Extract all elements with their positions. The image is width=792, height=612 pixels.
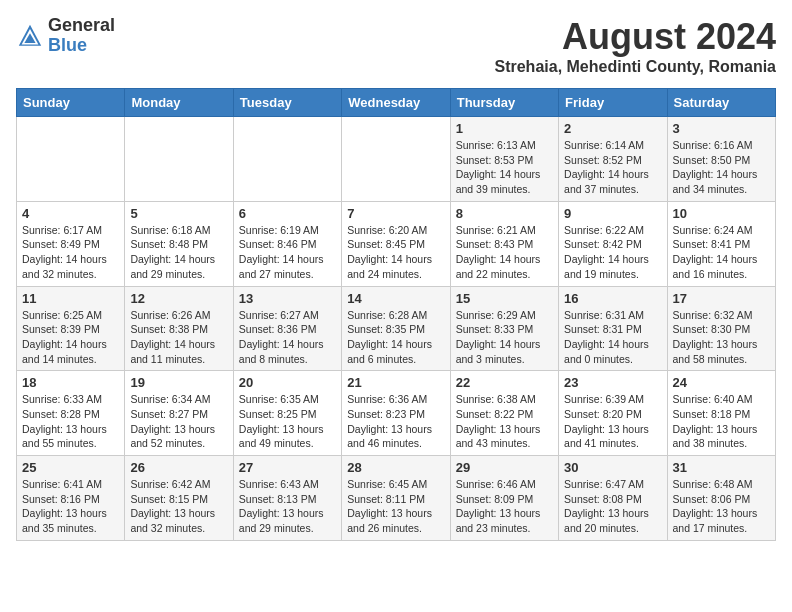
calendar-cell: 19Sunrise: 6:34 AM Sunset: 8:27 PM Dayli… — [125, 371, 233, 456]
calendar-cell — [125, 117, 233, 202]
calendar-cell: 13Sunrise: 6:27 AM Sunset: 8:36 PM Dayli… — [233, 286, 341, 371]
weekday-header-wednesday: Wednesday — [342, 89, 450, 117]
day-info: Sunrise: 6:29 AM Sunset: 8:33 PM Dayligh… — [456, 308, 553, 367]
day-number: 29 — [456, 460, 553, 475]
day-info: Sunrise: 6:13 AM Sunset: 8:53 PM Dayligh… — [456, 138, 553, 197]
calendar-cell: 23Sunrise: 6:39 AM Sunset: 8:20 PM Dayli… — [559, 371, 667, 456]
day-number: 27 — [239, 460, 336, 475]
day-number: 28 — [347, 460, 444, 475]
day-number: 18 — [22, 375, 119, 390]
day-info: Sunrise: 6:40 AM Sunset: 8:18 PM Dayligh… — [673, 392, 770, 451]
calendar-cell: 31Sunrise: 6:48 AM Sunset: 8:06 PM Dayli… — [667, 456, 775, 541]
week-row-0: 1Sunrise: 6:13 AM Sunset: 8:53 PM Daylig… — [17, 117, 776, 202]
logo-general: General — [48, 16, 115, 36]
day-info: Sunrise: 6:41 AM Sunset: 8:16 PM Dayligh… — [22, 477, 119, 536]
day-info: Sunrise: 6:14 AM Sunset: 8:52 PM Dayligh… — [564, 138, 661, 197]
week-row-4: 25Sunrise: 6:41 AM Sunset: 8:16 PM Dayli… — [17, 456, 776, 541]
calendar-cell: 14Sunrise: 6:28 AM Sunset: 8:35 PM Dayli… — [342, 286, 450, 371]
calendar-cell: 17Sunrise: 6:32 AM Sunset: 8:30 PM Dayli… — [667, 286, 775, 371]
calendar-cell: 16Sunrise: 6:31 AM Sunset: 8:31 PM Dayli… — [559, 286, 667, 371]
day-number: 23 — [564, 375, 661, 390]
month-title: August 2024 — [494, 16, 776, 58]
weekday-header-tuesday: Tuesday — [233, 89, 341, 117]
calendar-cell: 21Sunrise: 6:36 AM Sunset: 8:23 PM Dayli… — [342, 371, 450, 456]
day-info: Sunrise: 6:19 AM Sunset: 8:46 PM Dayligh… — [239, 223, 336, 282]
week-row-1: 4Sunrise: 6:17 AM Sunset: 8:49 PM Daylig… — [17, 201, 776, 286]
day-info: Sunrise: 6:48 AM Sunset: 8:06 PM Dayligh… — [673, 477, 770, 536]
logo: General Blue — [16, 16, 115, 56]
weekday-header-row: SundayMondayTuesdayWednesdayThursdayFrid… — [17, 89, 776, 117]
calendar-cell: 3Sunrise: 6:16 AM Sunset: 8:50 PM Daylig… — [667, 117, 775, 202]
day-info: Sunrise: 6:26 AM Sunset: 8:38 PM Dayligh… — [130, 308, 227, 367]
day-number: 7 — [347, 206, 444, 221]
day-number: 26 — [130, 460, 227, 475]
day-number: 9 — [564, 206, 661, 221]
logo-icon — [16, 22, 44, 50]
calendar-cell: 12Sunrise: 6:26 AM Sunset: 8:38 PM Dayli… — [125, 286, 233, 371]
day-number: 22 — [456, 375, 553, 390]
calendar-cell: 24Sunrise: 6:40 AM Sunset: 8:18 PM Dayli… — [667, 371, 775, 456]
day-number: 30 — [564, 460, 661, 475]
day-info: Sunrise: 6:34 AM Sunset: 8:27 PM Dayligh… — [130, 392, 227, 451]
calendar-cell: 20Sunrise: 6:35 AM Sunset: 8:25 PM Dayli… — [233, 371, 341, 456]
day-number: 25 — [22, 460, 119, 475]
calendar-cell — [233, 117, 341, 202]
day-number: 10 — [673, 206, 770, 221]
day-info: Sunrise: 6:35 AM Sunset: 8:25 PM Dayligh… — [239, 392, 336, 451]
day-info: Sunrise: 6:20 AM Sunset: 8:45 PM Dayligh… — [347, 223, 444, 282]
calendar-cell: 29Sunrise: 6:46 AM Sunset: 8:09 PM Dayli… — [450, 456, 558, 541]
day-info: Sunrise: 6:46 AM Sunset: 8:09 PM Dayligh… — [456, 477, 553, 536]
day-number: 6 — [239, 206, 336, 221]
calendar-cell: 1Sunrise: 6:13 AM Sunset: 8:53 PM Daylig… — [450, 117, 558, 202]
day-info: Sunrise: 6:39 AM Sunset: 8:20 PM Dayligh… — [564, 392, 661, 451]
calendar-cell: 22Sunrise: 6:38 AM Sunset: 8:22 PM Dayli… — [450, 371, 558, 456]
day-number: 1 — [456, 121, 553, 136]
calendar-cell: 30Sunrise: 6:47 AM Sunset: 8:08 PM Dayli… — [559, 456, 667, 541]
week-row-2: 11Sunrise: 6:25 AM Sunset: 8:39 PM Dayli… — [17, 286, 776, 371]
day-info: Sunrise: 6:21 AM Sunset: 8:43 PM Dayligh… — [456, 223, 553, 282]
weekday-header-saturday: Saturday — [667, 89, 775, 117]
day-info: Sunrise: 6:36 AM Sunset: 8:23 PM Dayligh… — [347, 392, 444, 451]
calendar-cell: 27Sunrise: 6:43 AM Sunset: 8:13 PM Dayli… — [233, 456, 341, 541]
calendar-cell: 6Sunrise: 6:19 AM Sunset: 8:46 PM Daylig… — [233, 201, 341, 286]
day-info: Sunrise: 6:43 AM Sunset: 8:13 PM Dayligh… — [239, 477, 336, 536]
day-number: 13 — [239, 291, 336, 306]
day-info: Sunrise: 6:31 AM Sunset: 8:31 PM Dayligh… — [564, 308, 661, 367]
calendar-cell: 28Sunrise: 6:45 AM Sunset: 8:11 PM Dayli… — [342, 456, 450, 541]
calendar-cell: 25Sunrise: 6:41 AM Sunset: 8:16 PM Dayli… — [17, 456, 125, 541]
weekday-header-friday: Friday — [559, 89, 667, 117]
weekday-header-thursday: Thursday — [450, 89, 558, 117]
day-number: 8 — [456, 206, 553, 221]
day-info: Sunrise: 6:47 AM Sunset: 8:08 PM Dayligh… — [564, 477, 661, 536]
logo-blue: Blue — [48, 36, 115, 56]
location-title: Strehaia, Mehedinti County, Romania — [494, 58, 776, 76]
week-row-3: 18Sunrise: 6:33 AM Sunset: 8:28 PM Dayli… — [17, 371, 776, 456]
day-number: 31 — [673, 460, 770, 475]
day-number: 14 — [347, 291, 444, 306]
day-number: 16 — [564, 291, 661, 306]
day-number: 5 — [130, 206, 227, 221]
calendar-cell: 9Sunrise: 6:22 AM Sunset: 8:42 PM Daylig… — [559, 201, 667, 286]
day-number: 20 — [239, 375, 336, 390]
day-info: Sunrise: 6:33 AM Sunset: 8:28 PM Dayligh… — [22, 392, 119, 451]
day-info: Sunrise: 6:16 AM Sunset: 8:50 PM Dayligh… — [673, 138, 770, 197]
calendar-cell: 10Sunrise: 6:24 AM Sunset: 8:41 PM Dayli… — [667, 201, 775, 286]
day-number: 19 — [130, 375, 227, 390]
day-info: Sunrise: 6:45 AM Sunset: 8:11 PM Dayligh… — [347, 477, 444, 536]
day-info: Sunrise: 6:22 AM Sunset: 8:42 PM Dayligh… — [564, 223, 661, 282]
day-number: 24 — [673, 375, 770, 390]
calendar-cell: 18Sunrise: 6:33 AM Sunset: 8:28 PM Dayli… — [17, 371, 125, 456]
day-number: 17 — [673, 291, 770, 306]
day-number: 4 — [22, 206, 119, 221]
day-number: 21 — [347, 375, 444, 390]
calendar-cell: 5Sunrise: 6:18 AM Sunset: 8:48 PM Daylig… — [125, 201, 233, 286]
day-number: 11 — [22, 291, 119, 306]
day-info: Sunrise: 6:28 AM Sunset: 8:35 PM Dayligh… — [347, 308, 444, 367]
day-info: Sunrise: 6:38 AM Sunset: 8:22 PM Dayligh… — [456, 392, 553, 451]
weekday-header-sunday: Sunday — [17, 89, 125, 117]
day-number: 3 — [673, 121, 770, 136]
day-number: 2 — [564, 121, 661, 136]
title-area: August 2024 Strehaia, Mehedinti County, … — [494, 16, 776, 76]
day-info: Sunrise: 6:18 AM Sunset: 8:48 PM Dayligh… — [130, 223, 227, 282]
calendar-cell — [342, 117, 450, 202]
